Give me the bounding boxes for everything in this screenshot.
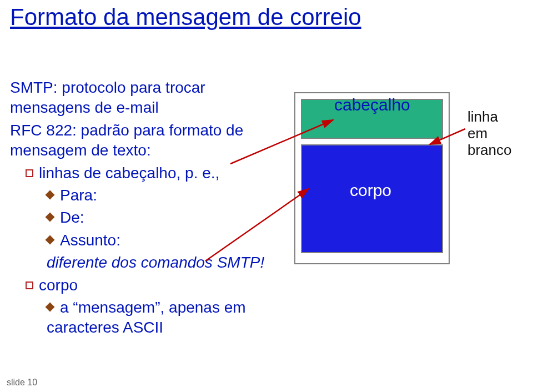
- slide-title: Formato da mensagem de correio: [10, 4, 361, 30]
- subbullet-mensagem-text: a “mensagem”, apenas em caracteres ASCII: [47, 299, 246, 336]
- subbullet-assunto-text: Assunto:: [60, 232, 120, 249]
- square-bullet-icon: [26, 282, 33, 289]
- subbullet-de-text: De:: [60, 209, 84, 226]
- label-cabecalho: cabeçalho: [334, 96, 410, 114]
- note-diferente: diferente dos comandos SMTP!: [47, 253, 276, 273]
- diamond-bullet-icon: [46, 213, 55, 222]
- message-outline-box: [294, 92, 450, 264]
- slide-number: slide 10: [7, 378, 37, 388]
- label-linha-em-branco: linha em branco: [467, 109, 512, 159]
- bullet-corpo: corpo: [26, 275, 276, 295]
- bullet-header-lines-text: linhas de cabeçalho, p. e.,: [39, 164, 219, 182]
- text-rfc822: RFC 822: padrão para formato de mensagem…: [10, 120, 276, 161]
- subbullet-mensagem: a “mensagem”, apenas em caracteres ASCII: [47, 298, 276, 338]
- subbullet-para: Para:: [47, 185, 276, 205]
- bullet-header-lines: linhas de cabeçalho, p. e.,: [26, 163, 276, 183]
- bullet-corpo-text: corpo: [39, 277, 78, 294]
- label-branco: branco: [467, 142, 512, 159]
- subbullet-assunto: Assunto:: [47, 230, 276, 250]
- square-bullet-icon: [26, 169, 33, 177]
- left-column: SMTP: protocolo para trocar mensagens de…: [10, 78, 276, 340]
- label-em: em: [467, 125, 512, 142]
- text-smtp: SMTP: protocolo para trocar mensagens de…: [10, 78, 276, 118]
- subbullet-para-text: Para:: [60, 187, 97, 204]
- diamond-bullet-icon: [46, 302, 55, 311]
- subbullet-de: De:: [47, 208, 276, 228]
- diamond-bullet-icon: [46, 190, 55, 199]
- message-diagram: [294, 92, 450, 264]
- diamond-bullet-icon: [46, 235, 55, 244]
- label-linha: linha: [467, 109, 512, 125]
- label-corpo: corpo: [350, 181, 391, 200]
